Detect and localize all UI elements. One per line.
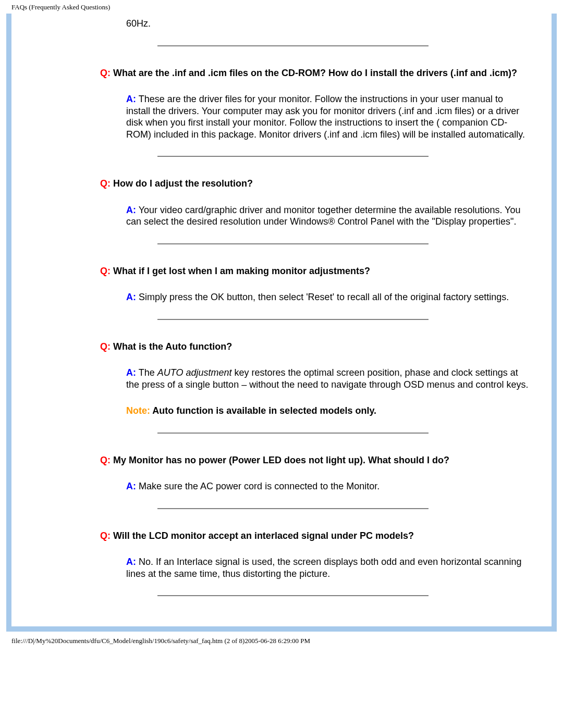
faq-answer: A: Simply press the OK button, then sele… xyxy=(126,291,530,303)
note-text: Auto function is available in selected m… xyxy=(152,405,376,416)
q-label: Q: xyxy=(100,266,111,276)
a-text: Your video card/graphic driver and monit… xyxy=(126,205,520,227)
previous-answer-fragment: 60Hz. xyxy=(126,18,530,30)
faq-note: Note: Auto function is available in sele… xyxy=(126,405,530,417)
faq-question: Q: What if I get lost when I am making m… xyxy=(100,265,530,277)
q-label: Q: xyxy=(100,341,111,352)
faq-answer: A: These are the driver files for your m… xyxy=(126,93,530,140)
a-label: A: xyxy=(126,94,136,104)
faq-answer: A: Make sure the AC power cord is connec… xyxy=(126,480,530,492)
a-label: A: xyxy=(126,292,136,302)
faq-question: Q: What are the .inf and .icm files on t… xyxy=(100,67,530,79)
faq-question: Q: What is the Auto function? xyxy=(100,341,530,353)
a-text: Simply press the OK button, then select … xyxy=(139,292,509,302)
a-label: A: xyxy=(126,481,136,491)
a-text-pre: The xyxy=(139,367,157,378)
page-frame: 60Hz. Q: What are the .inf and .icm file… xyxy=(6,14,557,632)
separator xyxy=(157,156,429,157)
faq-question: Q: How do I adjust the resolution? xyxy=(100,178,530,190)
a-label: A: xyxy=(126,557,136,567)
faq-content: 60Hz. Q: What are the .inf and .icm file… xyxy=(100,18,530,596)
page-header-title: FAQs (Frequently Asked Questions) xyxy=(0,0,563,14)
a-text: Make sure the AC power cord is connected… xyxy=(139,481,380,491)
separator xyxy=(157,45,429,46)
a-text: These are the driver files for your moni… xyxy=(126,94,525,140)
separator xyxy=(157,433,429,434)
a-text-italic: AUTO adjustment xyxy=(157,367,232,378)
q-text: My Monitor has no power (Power LED does … xyxy=(113,455,449,465)
separator xyxy=(157,319,429,320)
q-text: What is the Auto function? xyxy=(113,341,232,352)
faq-answer: A: The AUTO adjustment key restores the … xyxy=(126,367,530,390)
footer-filepath: file:///D|/My%20Documents/dfu/C6_Model/e… xyxy=(0,632,563,647)
separator xyxy=(157,508,429,509)
q-text: How do I adjust the resolution? xyxy=(113,178,253,189)
q-label: Q: xyxy=(100,68,111,78)
q-label: Q: xyxy=(100,178,111,189)
faq-question: Q: Will the LCD monitor accept an interl… xyxy=(100,530,530,542)
a-text: No. If an Interlace signal is used, the … xyxy=(126,557,521,579)
a-label: A: xyxy=(126,367,136,378)
q-text: What are the .inf and .icm files on the … xyxy=(113,68,517,78)
faq-answer: A: No. If an Interlace signal is used, t… xyxy=(126,556,530,579)
q-label: Q: xyxy=(100,530,111,541)
a-label: A: xyxy=(126,205,136,215)
faq-question: Q: My Monitor has no power (Power LED do… xyxy=(100,454,530,466)
separator xyxy=(157,595,429,596)
faq-answer: A: Your video card/graphic driver and mo… xyxy=(126,204,530,228)
note-label: Note: xyxy=(126,405,152,416)
page-body: 60Hz. Q: What are the .inf and .icm file… xyxy=(11,14,552,626)
separator xyxy=(157,243,429,244)
q-text: Will the LCD monitor accept an interlace… xyxy=(113,530,414,541)
q-text: What if I get lost when I am making moni… xyxy=(113,266,370,276)
q-label: Q: xyxy=(100,455,111,465)
